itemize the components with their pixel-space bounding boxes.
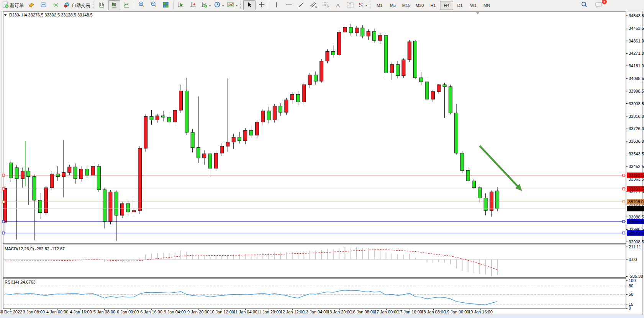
candle-body [349, 27, 352, 33]
macd-histogram-bar [28, 259, 29, 260]
text-tool-button[interactable]: A [332, 0, 344, 10]
macd-histogram-bar [122, 259, 123, 262]
timeframe-w1-button[interactable]: W1 [467, 1, 480, 10]
timeframe-label: H1 [431, 3, 436, 8]
hline-handle[interactable] [623, 201, 625, 203]
macd-histogram-bar [462, 259, 462, 271]
candle-body [167, 117, 171, 122]
timeframe-mn-button[interactable]: MN [480, 1, 493, 10]
crosshair-tool-button[interactable] [256, 0, 268, 10]
macd-histogram-bar [286, 252, 287, 259]
bar-chart-button[interactable] [96, 0, 108, 10]
timeframe-h1-button[interactable]: H1 [426, 1, 440, 10]
candle-body [232, 137, 235, 142]
vertical-line-tool-button[interactable] [270, 0, 283, 10]
timeframe-label: M15 [402, 3, 410, 8]
price-tick-label: 33543.5 [629, 152, 644, 156]
hline-handle[interactable] [2, 174, 5, 176]
macd-histogram-bar [374, 249, 375, 259]
hline-handle[interactable] [623, 174, 625, 176]
new-order-button[interactable]: 新订单 [1, 0, 25, 10]
auto-scroll-button[interactable] [175, 0, 187, 10]
candle-body [15, 168, 18, 179]
market-watch-button[interactable] [25, 0, 38, 10]
macd-histogram-bar [163, 253, 164, 259]
macd-histogram-bar [292, 251, 293, 259]
chart-shift-button[interactable] [187, 0, 199, 10]
search-button[interactable] [578, 0, 590, 10]
timeframe-d1-button[interactable]: D1 [453, 1, 467, 10]
vertical-line-icon [274, 2, 279, 10]
price-tick-label: 32908.5 [629, 240, 644, 244]
auto-trading-button[interactable]: 自动交易 [62, 0, 92, 10]
macd-histogram-bar [485, 259, 486, 275]
time-tick-label: 12 Jan 12:00 [280, 310, 305, 314]
chat-bubble-icon [595, 1, 603, 10]
zoom-out-button[interactable] [147, 0, 160, 10]
hline-handle[interactable] [623, 232, 625, 234]
chart-shift-icon [190, 2, 197, 10]
hline-handle[interactable] [2, 220, 5, 223]
zoom-in-button[interactable] [135, 0, 147, 10]
candlestick-chart-button[interactable] [108, 0, 120, 10]
price-tick-label: 33636.0 [629, 139, 644, 144]
candle-body [367, 31, 370, 36]
notifications-button[interactable]: 1 [593, 0, 605, 10]
signals-button[interactable] [50, 0, 62, 10]
time-tick-label: 6 Jan 16:00 [140, 310, 162, 314]
arrows-tool-button[interactable]: ▾ [356, 0, 369, 10]
macd-panel[interactable] [3, 245, 626, 277]
cursor-tool-button[interactable] [243, 0, 256, 10]
line-chart-button[interactable] [120, 0, 133, 10]
hline-handle[interactable] [2, 201, 5, 203]
text-tool-icon: A [336, 3, 340, 8]
toolbar-separator [269, 1, 269, 10]
new-order-icon [2, 2, 9, 10]
timeframe-m5-button[interactable]: M5 [386, 1, 400, 10]
add-indicator-button[interactable]: ▾ [199, 0, 212, 10]
main-price-panel[interactable] [3, 12, 626, 244]
templates-button[interactable]: ▾ [225, 0, 239, 10]
horizontal-line-tool-button[interactable] [283, 0, 295, 10]
timeframe-m1-button[interactable]: M1 [373, 1, 386, 10]
timeframe-m15-button[interactable]: M15 [400, 1, 413, 10]
macd-histogram-bar [221, 256, 222, 259]
price-tick-label: 34181.0 [629, 64, 644, 68]
timeframe-label: MN [483, 3, 490, 8]
search-icon [581, 1, 588, 10]
macd-histogram-bar [321, 250, 322, 259]
hline-price-label: 33055.0 [628, 219, 644, 224]
price-tick-label: 34271.0 [629, 51, 644, 55]
macd-histogram-bar [315, 251, 316, 259]
macd-histogram-bar [180, 251, 181, 259]
tile-windows-button[interactable] [160, 0, 172, 10]
svg-text:T: T [349, 3, 351, 7]
hline-handle[interactable] [623, 188, 625, 190]
hline-handle[interactable] [623, 220, 625, 223]
text-label-tool-button[interactable]: T [344, 0, 356, 10]
macd-histogram-bar [344, 247, 345, 259]
timeframe-h4-button[interactable]: H4 [440, 1, 453, 10]
time-tick-label: 3 Jan 08:00 [23, 310, 45, 314]
macd-histogram-bar [303, 251, 304, 259]
fibonacci-tool-button[interactable]: F [320, 0, 332, 10]
navigator-button[interactable] [38, 0, 50, 10]
price-tick-label: 34361.0 [629, 39, 644, 43]
hline-handle[interactable] [2, 232, 5, 234]
crosshair-icon [258, 1, 265, 10]
svg-text:F: F [328, 5, 329, 8]
macd-histogram-bar [479, 259, 480, 274]
candle-body [420, 78, 423, 82]
hline-handle[interactable] [2, 188, 5, 190]
candle-body [343, 27, 347, 32]
time-tick-label: 17 Jan 00:00 [374, 310, 399, 314]
trendline-tool-button[interactable] [295, 0, 307, 10]
market-watch-icon [28, 2, 35, 10]
timeframe-m30-button[interactable]: M30 [413, 1, 426, 10]
periods-button[interactable]: ▾ [212, 0, 225, 10]
text-label-icon: T [346, 2, 354, 10]
equidistant-channel-tool-button[interactable]: E [307, 0, 320, 10]
macd-histogram-bar [368, 248, 369, 259]
chart-canvas[interactable]: 34543.534453.534361.034271.034181.034088… [0, 0, 644, 318]
macd-tick-label: 211.11 [629, 245, 641, 249]
